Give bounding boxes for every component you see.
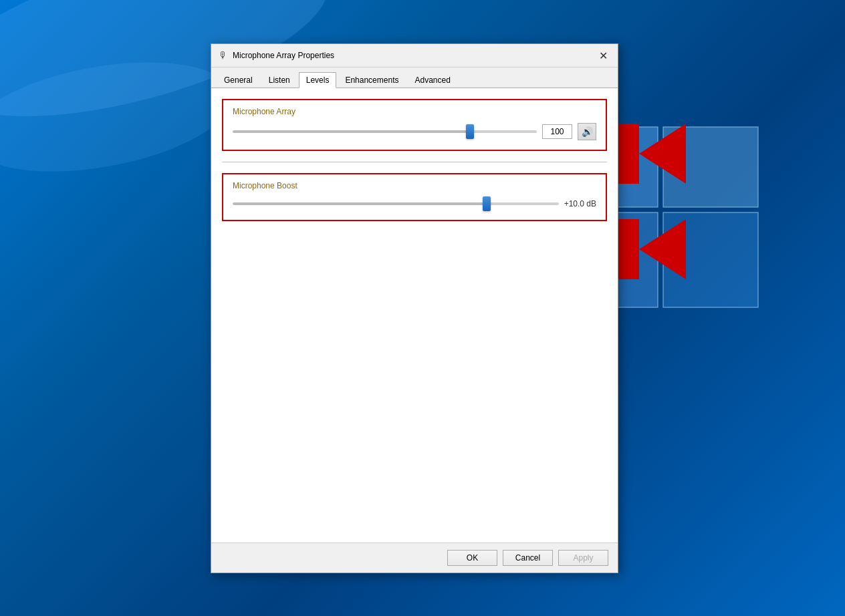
dialog-app-icon: 🎙 <box>218 50 229 61</box>
microphone-array-slider-track[interactable] <box>233 125 537 138</box>
microphone-boost-slider-row: +10.0 dB <box>233 197 596 210</box>
dialog-title-section: 🎙 Microphone Array Properties <box>218 50 334 61</box>
tab-bar: General Listen Levels Enhancements Advan… <box>211 67 618 88</box>
microphone-boost-section: Microphone Boost +10.0 dB <box>222 173 607 221</box>
microphone-boost-slider-track[interactable] <box>233 197 559 210</box>
microphone-array-value[interactable]: 100 <box>542 124 572 139</box>
speaker-icon: 🔊 <box>582 126 593 137</box>
microphone-array-section: Microphone Array 100 🔊 <box>222 99 607 151</box>
microphone-boost-value: +10.0 dB <box>564 199 596 208</box>
microphone-array-mute-button[interactable]: 🔊 <box>578 123 596 140</box>
cancel-button[interactable]: Cancel <box>503 550 553 566</box>
close-button[interactable]: ✕ <box>595 47 611 63</box>
dialog-footer: OK Cancel Apply <box>211 543 618 573</box>
tab-enhancements[interactable]: Enhancements <box>338 72 406 88</box>
ok-button[interactable]: OK <box>447 550 497 566</box>
properties-dialog: 🎙 Microphone Array Properties ✕ General … <box>211 43 618 573</box>
tab-listen[interactable]: Listen <box>261 72 297 88</box>
microphone-boost-slider-rail <box>233 202 559 205</box>
microphone-array-slider-thumb[interactable] <box>466 124 474 139</box>
dialog-titlebar: 🎙 Microphone Array Properties ✕ <box>211 44 618 67</box>
microphone-array-slider-row: 100 🔊 <box>233 123 596 140</box>
microphone-array-slider-rail <box>233 130 537 133</box>
apply-button[interactable]: Apply <box>558 550 608 566</box>
tab-advanced[interactable]: Advanced <box>407 72 457 88</box>
microphone-boost-label: Microphone Boost <box>233 181 596 190</box>
microphone-boost-slider-thumb[interactable] <box>483 196 491 211</box>
tab-general[interactable]: General <box>217 72 260 88</box>
dialog-title: Microphone Array Properties <box>233 51 334 60</box>
section-separator <box>222 162 607 162</box>
tab-levels[interactable]: Levels <box>299 72 337 88</box>
microphone-array-label: Microphone Array <box>233 107 596 116</box>
dialog-content: Microphone Array 100 🔊 Microphone Boost <box>211 88 618 543</box>
